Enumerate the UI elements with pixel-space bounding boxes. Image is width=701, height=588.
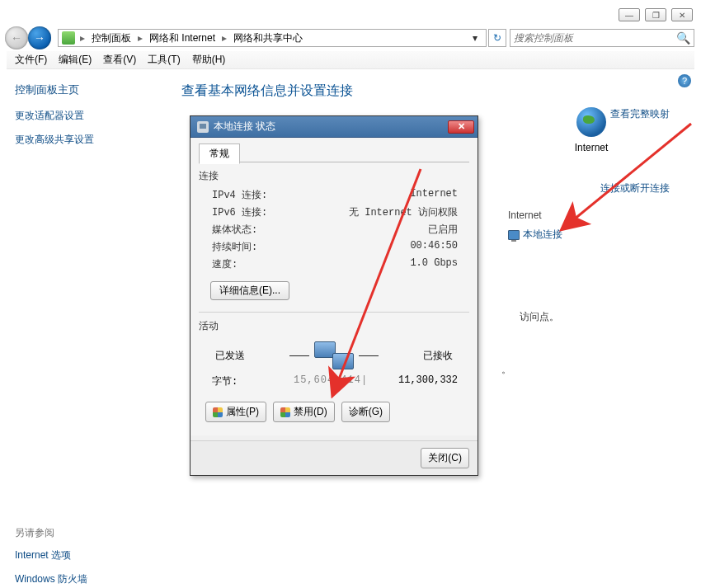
see-also-internet-options[interactable]: Internet 选项 bbox=[15, 548, 163, 562]
label-speed: 速度: bbox=[212, 257, 319, 271]
see-also-header: 另请参阅 bbox=[15, 526, 163, 540]
label-received: 已接收 bbox=[423, 349, 453, 363]
local-connection-link[interactable]: 本地连接 bbox=[508, 228, 562, 242]
shield-icon bbox=[213, 407, 223, 417]
value-duration: 00:46:50 bbox=[319, 240, 469, 254]
dash-icon: —— bbox=[359, 350, 379, 361]
disable-label: 禁用(D) bbox=[294, 405, 327, 419]
nav-back-button[interactable]: ← bbox=[5, 26, 28, 49]
page-title: 查看基本网络信息并设置连接 bbox=[181, 82, 694, 100]
menu-bar: 文件(F) 编辑(E) 查看(V) 工具(T) 帮助(H) bbox=[7, 51, 694, 69]
label-duration: 持续时间: bbox=[212, 240, 319, 254]
sidebar-home[interactable]: 控制面板主页 bbox=[15, 82, 163, 97]
label-sent: 已发送 bbox=[215, 349, 245, 363]
menu-file[interactable]: 文件(F) bbox=[15, 53, 47, 67]
dialog-close-button[interactable]: ✕ bbox=[448, 120, 474, 134]
properties-label: 属性(P) bbox=[226, 405, 259, 419]
section-connection: 连接 bbox=[199, 169, 469, 183]
value-bytes-sent: 15,604,414 bbox=[294, 374, 361, 388]
section-activity: 活动 bbox=[199, 319, 469, 333]
value-ipv6: 无 Internet 访问权限 bbox=[319, 205, 469, 219]
sidebar-item-advanced-sharing[interactable]: 更改高级共享设置 bbox=[15, 133, 163, 147]
refresh-button[interactable]: ↻ bbox=[488, 29, 506, 47]
internet-globe-icon bbox=[576, 107, 606, 137]
tab-strip: 常规 bbox=[199, 143, 469, 162]
divider bbox=[199, 312, 469, 313]
see-also-firewall[interactable]: Windows 防火墙 bbox=[15, 572, 163, 586]
close-button[interactable]: 关闭(C) bbox=[421, 448, 469, 468]
separator: | bbox=[361, 374, 368, 388]
local-connection-status-dialog: 本地连接 状态 ✕ 常规 连接 IPv4 连接:Internet IPv6 连接… bbox=[190, 115, 478, 476]
dash-icon: —— bbox=[289, 350, 309, 361]
value-bytes-received: 11,300,332 bbox=[368, 374, 458, 388]
adapter-icon bbox=[508, 230, 520, 240]
fragment-text: 访问点。 bbox=[520, 310, 559, 324]
sidebar-item-adapter-settings[interactable]: 更改适配器设置 bbox=[15, 109, 163, 123]
disable-button[interactable]: 禁用(D) bbox=[273, 402, 335, 422]
label-media-state: 媒体状态: bbox=[212, 223, 319, 237]
chevron-right-icon: ▸ bbox=[80, 32, 85, 44]
nav-forward-button[interactable]: → bbox=[28, 26, 51, 49]
navigation-bar: ← → ▸ 控制面板 ▸ 网络和 Internet ▸ 网络和共享中心 ▾ ↻ … bbox=[5, 26, 694, 49]
search-input[interactable] bbox=[514, 32, 676, 44]
chevron-right-icon: ▸ bbox=[222, 32, 227, 44]
window-minimize-button[interactable]: — bbox=[619, 8, 640, 21]
chevron-right-icon: ▸ bbox=[138, 32, 143, 44]
control-panel-icon bbox=[62, 31, 75, 45]
local-connection-label: 本地连接 bbox=[523, 228, 562, 242]
adapter-icon bbox=[197, 121, 209, 133]
label-ipv4: IPv4 连接: bbox=[212, 188, 319, 202]
view-full-map-link[interactable]: 查看完整映射 bbox=[610, 107, 670, 121]
value-media-state: 已启用 bbox=[319, 223, 469, 237]
menu-edit[interactable]: 编辑(E) bbox=[59, 53, 92, 67]
menu-view[interactable]: 查看(V) bbox=[103, 53, 136, 67]
search-box[interactable]: 🔍 bbox=[510, 29, 694, 47]
details-button[interactable]: 详细信息(E)... bbox=[210, 281, 289, 300]
diagnose-button[interactable]: 诊断(G) bbox=[341, 402, 390, 422]
breadcrumb-item[interactable]: 网络和 Internet bbox=[144, 31, 220, 45]
label-ipv6: IPv6 连接: bbox=[212, 205, 319, 219]
shield-icon bbox=[280, 407, 290, 417]
search-icon[interactable]: 🔍 bbox=[676, 31, 690, 45]
internet-status-label: Internet bbox=[508, 209, 562, 221]
activity-monitors-icon bbox=[314, 341, 354, 369]
address-dropdown-icon[interactable]: ▾ bbox=[468, 32, 482, 44]
connect-disconnect-link[interactable]: 连接或断开连接 bbox=[600, 181, 670, 195]
window-close-button[interactable]: ✕ bbox=[671, 8, 693, 21]
dialog-title: 本地连接 状态 bbox=[214, 120, 448, 134]
internet-label: Internet bbox=[513, 142, 670, 153]
menu-tools[interactable]: 工具(T) bbox=[148, 53, 180, 67]
tab-general[interactable]: 常规 bbox=[199, 143, 240, 164]
label-bytes: 字节: bbox=[212, 374, 294, 388]
properties-button[interactable]: 属性(P) bbox=[205, 402, 266, 422]
fragment-text: 。 bbox=[501, 363, 511, 377]
diagnose-label: 诊断(G) bbox=[349, 405, 383, 419]
value-ipv4: Internet bbox=[319, 188, 469, 202]
window-maximize-button[interactable]: ❐ bbox=[645, 8, 666, 21]
breadcrumb-item[interactable]: 网络和共享中心 bbox=[228, 31, 308, 45]
dialog-titlebar[interactable]: 本地连接 状态 ✕ bbox=[191, 116, 478, 138]
value-speed: 1.0 Gbps bbox=[319, 257, 469, 271]
menu-help[interactable]: 帮助(H) bbox=[192, 53, 226, 67]
breadcrumb-item[interactable]: 控制面板 bbox=[87, 31, 136, 45]
sidebar: 控制面板主页 更改适配器设置 更改高级共享设置 另请参阅 Internet 选项… bbox=[15, 82, 163, 588]
address-bar[interactable]: ▸ 控制面板 ▸ 网络和 Internet ▸ 网络和共享中心 ▾ bbox=[58, 29, 487, 47]
